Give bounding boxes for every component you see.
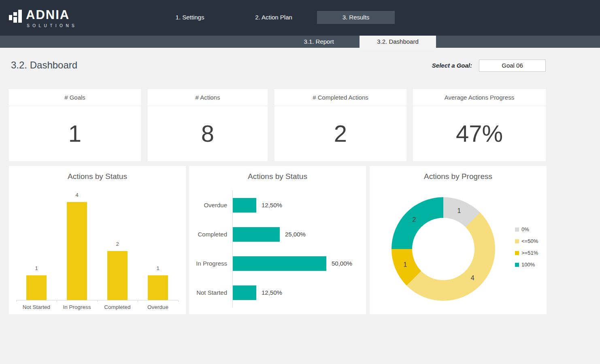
bar: [233, 227, 280, 242]
kpi-card-completed-actions: # Completed Actions 2: [274, 89, 406, 161]
legend-item: <=50%: [515, 238, 538, 245]
bar-value-label: 1: [138, 265, 178, 271]
kpi-value: 47%: [413, 106, 546, 161]
legend-swatch: [515, 228, 519, 232]
legend-label: <=50%: [521, 238, 538, 244]
kpi-label: # Completed Actions: [274, 89, 406, 106]
bar-value-label: 25,00%: [285, 227, 306, 242]
dashboard-page: ADNIA SOLUTIONS 1. Settings 2. Action Pl…: [0, 0, 600, 364]
legend-swatch: [515, 239, 519, 243]
adnia-logo-text: ADNIA SOLUTIONS: [26, 9, 77, 28]
bar-value-label: 1: [16, 265, 57, 271]
bar: [233, 285, 256, 300]
legend-label: 100%: [521, 262, 535, 268]
bar: [67, 202, 87, 300]
x-category-label: Overdue: [138, 304, 178, 310]
bar-value-label: 12,50%: [262, 285, 282, 300]
bar-value-label: 50,00%: [332, 256, 352, 271]
subnav-tab-report[interactable]: 3.1. Report: [283, 36, 354, 48]
bar: [26, 275, 47, 300]
kpi-value: 2: [274, 106, 406, 161]
y-category-label: Overdue: [189, 198, 227, 213]
bar: [148, 275, 168, 300]
kpi-label: # Goals: [9, 89, 141, 106]
y-category-label: Completed: [189, 227, 227, 242]
slice-value-label: 4: [466, 274, 479, 282]
nav-tab-settings[interactable]: 1. Settings: [162, 11, 218, 24]
hbar-chart-card: Actions by Status 12,50%Overdue25,00%Com…: [189, 166, 366, 314]
app-header: ADNIA SOLUTIONS 1. Settings 2. Action Pl…: [0, 0, 600, 36]
kpi-label: # Actions: [148, 89, 268, 106]
slice-value-label: 1: [399, 261, 411, 269]
kpi-card-goals: # Goals 1: [9, 89, 141, 161]
donut-legend: 0%<=50%>=51%100%: [515, 226, 538, 268]
kpi-label: Average Actions Progress: [413, 89, 546, 106]
bar: [233, 256, 326, 271]
y-category-label: Not Started: [189, 285, 227, 300]
nav-tab-results[interactable]: 3. Results: [317, 11, 395, 24]
legend-item: >=51%: [515, 249, 538, 256]
bar-value-label: 2: [97, 241, 138, 247]
x-axis-tick: [57, 300, 57, 302]
y-category-label: In Progress: [189, 256, 227, 271]
column-chart-card: Actions by Status 1Not Started4In Progre…: [9, 166, 186, 314]
x-axis-tick: [178, 300, 179, 302]
logo-name: ADNIA: [26, 9, 77, 21]
legend-label: 0%: [521, 226, 529, 232]
slice-value-label: 2: [408, 216, 420, 224]
x-category-label: Completed: [97, 304, 138, 310]
bar-value-label: 4: [57, 192, 97, 198]
x-axis-tick: [16, 300, 17, 302]
bar-chart-logo-icon: [9, 9, 22, 23]
kpi-value: 1: [9, 106, 141, 161]
subnav-tab-dashboard[interactable]: 3.2. Dashboard: [360, 36, 436, 49]
nav-tab-action-plan[interactable]: 2. Action Plan: [243, 11, 304, 24]
legend-swatch: [515, 263, 519, 267]
chart-title: Actions by Status: [189, 172, 366, 181]
logo-subtitle: SOLUTIONS: [27, 23, 77, 28]
chart-title: Actions by Status: [9, 172, 186, 181]
donut-chart-card: Actions by Progress 0%<=50%>=51%100% 141…: [370, 166, 547, 314]
kpi-card-average-progress: Average Actions Progress 47%: [413, 89, 546, 161]
kpi-card-actions: # Actions 8: [148, 89, 268, 161]
chart-title: Actions by Progress: [370, 172, 547, 181]
legend-swatch: [515, 251, 519, 255]
slice-value-label: 1: [453, 207, 465, 215]
legend-item: 0%: [515, 226, 538, 233]
x-category-label: Not Started: [16, 304, 57, 310]
x-category-label: In Progress: [57, 304, 97, 310]
bar: [233, 198, 256, 213]
bar: [107, 251, 128, 300]
goal-select[interactable]: Goal 06: [479, 60, 546, 72]
x-axis-tick: [138, 300, 138, 302]
legend-label: >=51%: [521, 250, 538, 256]
donut-hole: [412, 218, 474, 280]
adnia-logo: ADNIA SOLUTIONS: [9, 9, 77, 28]
x-axis-tick: [97, 300, 98, 302]
legend-item: 100%: [515, 261, 538, 268]
page-title: 3.2. Dashboard: [11, 60, 77, 71]
bar-value-label: 12,50%: [262, 198, 282, 213]
goal-selector-label: Select a Goal:: [387, 62, 472, 69]
kpi-value: 8: [148, 106, 268, 161]
